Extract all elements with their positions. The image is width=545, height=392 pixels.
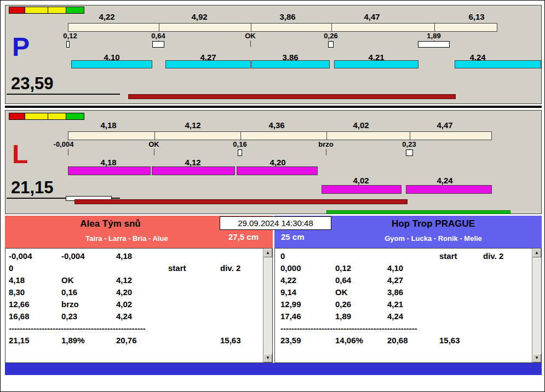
results-table-left: -0,004-0,0044,180startdiv. 24,18OK4,128,… bbox=[5, 248, 273, 363]
table-cell: 8,30 bbox=[9, 286, 25, 298]
table-cell: div. 2 bbox=[483, 250, 503, 262]
tick-label: brzo bbox=[307, 141, 345, 148]
table-cell: 23,59 bbox=[280, 335, 301, 347]
tick-mark bbox=[326, 149, 326, 155]
segment-bar bbox=[251, 60, 330, 68]
split-value: 4,22 bbox=[88, 13, 126, 21]
tick-mark bbox=[250, 41, 251, 47]
split-value: 4,18 bbox=[89, 121, 128, 130]
scroll-down-button[interactable]: ▼ bbox=[263, 354, 272, 362]
table-cell: 0,16 bbox=[61, 286, 77, 298]
table-row: -0,004-0,0044,18 bbox=[5, 250, 262, 262]
track-length: 25 cm bbox=[281, 232, 305, 241]
scroll-up-button[interactable]: ▲ bbox=[263, 249, 272, 257]
tick-label: OK bbox=[231, 32, 269, 40]
results-table-right: 0startdiv. 20,0000,124,104,220,644,279,1… bbox=[274, 248, 542, 363]
legend-cell bbox=[66, 113, 84, 120]
segment-time: 4,24 bbox=[426, 176, 464, 185]
table-cell: 14,06% bbox=[335, 335, 363, 347]
table-cell: 9,14 bbox=[280, 286, 296, 298]
segment-time: 4,18 bbox=[89, 158, 128, 167]
segment-bar bbox=[165, 60, 251, 68]
table-cell: 0 bbox=[280, 250, 285, 262]
table-cell: 21,15 bbox=[9, 335, 30, 347]
tick-label: 0,12 bbox=[51, 32, 89, 40]
table-cell: 0 bbox=[9, 262, 13, 274]
separator-line: ----------------------------------------… bbox=[9, 322, 146, 335]
table-cell: 15,63 bbox=[439, 335, 460, 347]
team-name: Alea Tým snů bbox=[5, 218, 216, 229]
scroll-down-button[interactable]: ▼ bbox=[532, 354, 541, 362]
table-cell: start bbox=[439, 250, 457, 262]
legend-cell bbox=[48, 7, 66, 14]
table-cell: 20,68 bbox=[387, 335, 408, 347]
table-cell: 16,68 bbox=[9, 310, 30, 322]
legend-cell bbox=[25, 113, 48, 120]
table-cell: 0,000 bbox=[280, 262, 301, 274]
table-row: 16,680,234,24 bbox=[5, 310, 262, 322]
table-cell: 17,46 bbox=[280, 310, 301, 322]
table-cell: -0,004 bbox=[61, 250, 85, 262]
table-cell: brzo bbox=[61, 298, 79, 310]
segment-bar bbox=[71, 60, 152, 68]
legend-cell bbox=[66, 7, 84, 14]
vertical-scrollbar[interactable]: ▲ ▼ bbox=[263, 249, 272, 362]
split-value: 4,36 bbox=[257, 121, 296, 130]
table-row: ----------------------------------------… bbox=[275, 322, 531, 335]
split-value: 4,47 bbox=[426, 121, 464, 130]
progress-bar-red bbox=[128, 94, 456, 99]
table-cell: 4,10 bbox=[387, 262, 403, 274]
table-cell: div. 2 bbox=[220, 262, 240, 274]
scroll-up-button[interactable]: ▲ bbox=[532, 249, 541, 257]
table-cell: 20,76 bbox=[116, 335, 137, 347]
segment-bar bbox=[237, 166, 318, 175]
separator-line: ----------------------------------------… bbox=[280, 322, 417, 335]
split-value: 3,86 bbox=[268, 13, 307, 21]
footer-bar bbox=[5, 363, 542, 375]
table-cell: OK bbox=[61, 274, 74, 286]
table-cell: 4,18 bbox=[116, 250, 132, 262]
tick-label: 0,16 bbox=[221, 141, 259, 148]
ruler-divider bbox=[154, 132, 155, 140]
results-section: Alea Tým snů Taira - Larra - Bria - Alue… bbox=[5, 216, 542, 375]
deviation-box bbox=[328, 41, 334, 48]
table-cell: 0,23 bbox=[61, 310, 77, 322]
table-cell: start bbox=[168, 262, 186, 274]
ruler-divider bbox=[251, 24, 251, 31]
vertical-scrollbar[interactable]: ▲ ▼ bbox=[532, 249, 541, 362]
team-name: Hop Trop PRAGUE bbox=[326, 218, 540, 229]
datetime-display: 29.09.2024 14:30:48 bbox=[220, 216, 331, 230]
split-ruler bbox=[68, 23, 497, 32]
split-value: 4,02 bbox=[342, 121, 380, 130]
split-value: 6,13 bbox=[457, 13, 496, 21]
ruler-divider bbox=[159, 24, 159, 31]
lane-p-panel: P 23,59 4,224,923,864,476,130,120,64OK0,… bbox=[5, 5, 542, 104]
table-row: 0startdiv. 2 bbox=[275, 250, 531, 262]
table-row: 21,151,89%20,7615,63 bbox=[5, 335, 262, 347]
segment-time: 4,02 bbox=[342, 176, 380, 185]
lane-letter: P bbox=[12, 34, 30, 60]
split-ruler bbox=[68, 131, 492, 140]
segment-bar bbox=[152, 166, 235, 175]
legend-cell bbox=[9, 113, 25, 120]
table-row: 4,220,644,27 bbox=[275, 274, 531, 286]
segment-bar bbox=[406, 185, 492, 194]
team-members: Taira - Larra - Bria - Alue bbox=[5, 234, 249, 243]
status-legend bbox=[9, 7, 84, 14]
team-members: Gyom - Lucka - Ronik - Melie bbox=[326, 234, 540, 243]
table-cell: 4,18 bbox=[9, 274, 25, 286]
segment-bar bbox=[68, 166, 151, 175]
table-cell: 4,20 bbox=[116, 286, 132, 298]
tick-label: 0,26 bbox=[312, 32, 350, 40]
tick-label: OK bbox=[135, 141, 173, 148]
table-cell: 4,24 bbox=[116, 310, 132, 322]
table-row: 9,14OK3,86 bbox=[275, 286, 531, 298]
segment-bar bbox=[455, 60, 541, 68]
table-row: 12,990,264,21 bbox=[275, 298, 531, 310]
table-cell: -0,004 bbox=[9, 250, 32, 262]
table-cell: 3,86 bbox=[387, 286, 403, 298]
progress-bar-green bbox=[326, 210, 510, 214]
table-cell: 1,89 bbox=[335, 310, 351, 322]
table-cell: 4,22 bbox=[280, 274, 296, 286]
legend-cell bbox=[25, 7, 48, 14]
